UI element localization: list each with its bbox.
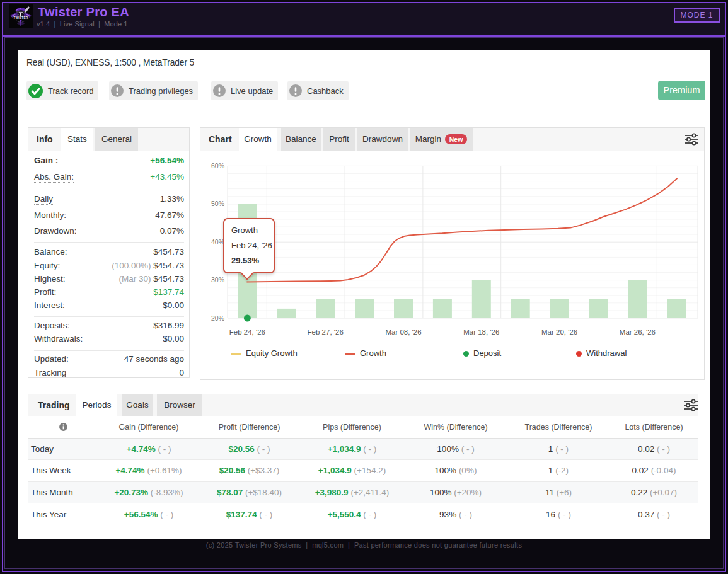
svg-text:Mar 18, '26: Mar 18, '26 [463,328,499,336]
svg-text:30%: 30% [211,276,224,284]
svg-text:Mar 20, '26: Mar 20, '26 [541,328,577,336]
svg-text:TWISTER: TWISTER [14,16,28,20]
svg-text:40%: 40% [211,238,224,246]
svg-text:Feb 27, '26: Feb 27, '26 [308,328,344,336]
svg-text:Feb 24, '26: Feb 24, '26 [229,328,265,336]
svg-text:60%: 60% [211,162,224,169]
svg-text:Mar 26, '26: Mar 26, '26 [620,328,656,336]
svg-text:Mar 08, '26: Mar 08, '26 [385,328,421,336]
svg-text:50%: 50% [211,200,224,207]
svg-text:20%: 20% [211,314,224,322]
